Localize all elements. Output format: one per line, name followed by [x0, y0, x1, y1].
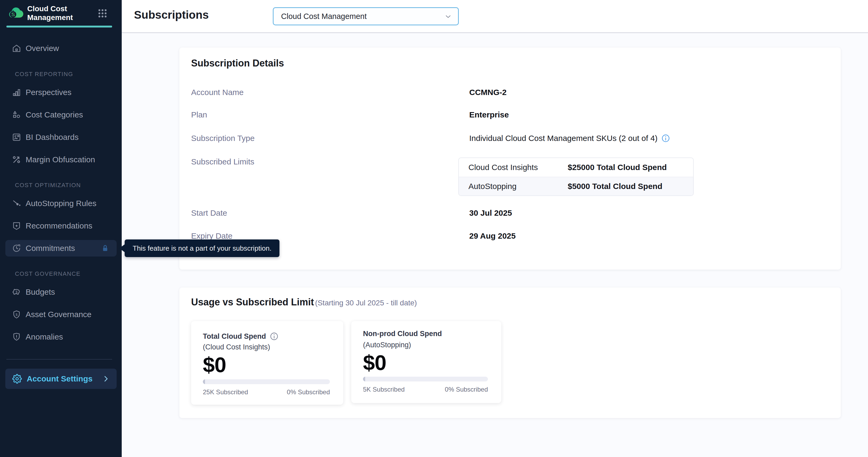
sku-name: AutoStopping: [459, 182, 568, 191]
home-icon: [12, 43, 21, 53]
sidebar-item-account-settings[interactable]: Account Settings: [5, 369, 117, 389]
usage-amount: $0: [363, 351, 386, 375]
subscribed-percent-label: 0% Subscribed: [287, 388, 330, 396]
account-name-row: Account Name CCMNG-2: [191, 88, 829, 97]
dashboard-image-icon: [12, 132, 21, 142]
subscribed-percent-label: 0% Subscribed: [445, 385, 488, 394]
sidebar-item-margin-obfuscation[interactable]: Margin Obfuscation: [5, 151, 117, 168]
total-cloud-spend-card: Total Cloud Spend (Cloud Cost Insights) …: [191, 321, 343, 405]
lock-icon: [101, 244, 110, 253]
usage-card-subtitle: (AutoStopping): [363, 341, 411, 349]
sidebar-item-label: Cost Categories: [26, 106, 83, 123]
table-row: AutoStopping $5000 Total Cloud Spend: [459, 177, 693, 195]
chevron-down-icon: [444, 12, 452, 21]
subscription-details-card: Subscription Details Account Name CCMNG-…: [179, 48, 841, 270]
sidebar-item-autostopping-rules[interactable]: AutoStopping Rules: [5, 195, 117, 212]
info-icon[interactable]: [661, 134, 670, 143]
sidebar-item-label: Budgets: [26, 284, 55, 300]
start-date-label: Start Date: [191, 208, 227, 218]
sidebar-item-label: Asset Governance: [26, 306, 92, 323]
sidebar: $ Cloud Cost Management Overview: [0, 0, 122, 457]
sidebar-item-perspectives[interactable]: Perspectives: [5, 84, 117, 101]
usage-card-title: Non-prod Cloud Spend: [363, 330, 442, 338]
page: $ Cloud Cost Management Overview: [0, 0, 868, 457]
usage-amount: $0: [203, 353, 226, 377]
ccm-logo-icon: $: [7, 4, 24, 21]
sidebar-item-label: AutoStopping Rules: [26, 195, 96, 212]
start-date-value: 30 Jul 2025: [469, 208, 512, 218]
sidebar-item-label: Overview: [26, 40, 59, 57]
expiry-date-row: Expiry Date 29 Aug 2025: [191, 231, 829, 241]
subscribed-limits-table: Cloud Cost Insights $25000 Total Cloud S…: [458, 157, 694, 196]
recommendations-icon: [12, 221, 21, 231]
sidebar-item-asset-governance[interactable]: $ Asset Governance: [5, 306, 117, 323]
usage-vs-limit-card: Usage vs Subscribed Limit (Starting 30 J…: [179, 287, 841, 418]
usage-progress-fill: [363, 377, 365, 382]
plan-label: Plan: [191, 110, 207, 120]
sidebar-footer-divider: [6, 359, 112, 360]
sku-limit: $25000 Total Cloud Spend: [568, 163, 693, 172]
bar-chart-icon: [12, 88, 21, 97]
sidebar-item-anomalies[interactable]: Anomalies: [5, 329, 117, 345]
sidebar-item-label: Recommendations: [26, 218, 92, 234]
sidebar-item-label: Margin Obfuscation: [26, 151, 95, 168]
sidebar-item-budgets[interactable]: $ Budgets: [5, 284, 117, 300]
subscription-type-row: Subscription Type Individual Cloud Cost …: [191, 133, 829, 143]
nonprod-cloud-spend-card: Non-prod Cloud Spend (AutoStopping) $0 5…: [351, 321, 501, 403]
sidebar-item-label: Anomalies: [26, 329, 63, 345]
top-bar: Subscriptions Cloud Cost Management: [122, 0, 868, 33]
subscription-type-text: Individual Cloud Cost Management SKUs (2…: [469, 133, 657, 143]
plan-value: Enterprise: [469, 110, 509, 120]
plan-row: Plan Enterprise: [191, 110, 829, 120]
usage-progress-bar: [363, 377, 488, 382]
sidebar-item-recommendations[interactable]: Recommendations: [5, 218, 117, 234]
svg-text:$: $: [16, 312, 18, 316]
piggy-bank-icon: $: [12, 287, 21, 297]
module-select-dropdown[interactable]: Cloud Cost Management: [273, 7, 459, 25]
sidebar-app-title: Cloud Cost Management: [27, 4, 94, 22]
subscription-lock-tooltip: This feature is not a part of your subsc…: [125, 239, 279, 257]
account-name-value: CCMNG-2: [469, 88, 506, 97]
usage-section-heading: Usage vs Subscribed Limit (Starting 30 J…: [191, 296, 417, 310]
sku-limit: $5000 Total Cloud Spend: [568, 182, 693, 191]
shield-alert-icon: [12, 332, 21, 342]
autostopping-icon: [12, 199, 21, 208]
sidebar-item-overview[interactable]: Overview: [5, 40, 117, 57]
gear-icon: [12, 374, 22, 384]
subscription-details-title: Subscription Details: [191, 58, 284, 69]
usage-card-title: Total Cloud Spend: [203, 332, 266, 341]
sidebar-item-label: Perspectives: [26, 84, 71, 101]
subscription-type-label: Subscription Type: [191, 133, 255, 143]
usage-progress-fill: [203, 379, 205, 384]
subscribed-limits-label: Subscribed Limits: [191, 157, 254, 166]
subscribed-amount-label: 5K Subscribed: [363, 385, 405, 394]
usage-subtitle: (Starting 30 Jul 2025 - till date): [315, 299, 417, 307]
sidebar-item-label: Account Settings: [27, 369, 93, 389]
subscribed-amount-label: 25K Subscribed: [203, 388, 248, 396]
commitments-clock-icon: [12, 243, 21, 253]
module-select-value: Cloud Cost Management: [281, 8, 367, 25]
expiry-date-value: 29 Aug 2025: [469, 231, 516, 241]
table-row: Cloud Cost Insights $25000 Total Cloud S…: [459, 158, 693, 177]
shapes-icon: [12, 110, 21, 120]
subscription-type-value: Individual Cloud Cost Management SKUs (2…: [469, 133, 670, 143]
page-title: Subscriptions: [134, 8, 209, 21]
sidebar-section-cost-reporting: COST REPORTING: [15, 70, 73, 78]
chevron-right-icon: [102, 374, 110, 383]
usage-card-subtitle: (Cloud Cost Insights): [203, 343, 270, 351]
start-date-row: Start Date 30 Jul 2025: [191, 208, 829, 218]
info-icon[interactable]: [270, 332, 279, 341]
app-switcher-icon[interactable]: [97, 8, 108, 19]
svg-text:$: $: [16, 290, 17, 294]
sidebar-item-label: Commitments: [26, 240, 75, 256]
sidebar-item-cost-categories[interactable]: Cost Categories: [5, 106, 117, 123]
percent-trend-icon: [12, 155, 21, 164]
sidebar-item-commitments[interactable]: Commitments: [5, 240, 117, 256]
account-name-label: Account Name: [191, 88, 244, 97]
sidebar-section-cost-optimization: COST OPTIMIZATION: [15, 181, 81, 189]
sidebar-item-label: BI Dashboards: [26, 129, 79, 146]
sidebar-accent-divider: [6, 26, 112, 28]
sidebar-item-bi-dashboards[interactable]: BI Dashboards: [5, 129, 117, 146]
shield-dollar-icon: $: [12, 310, 21, 319]
sidebar-section-cost-governance: COST GOVERNANCE: [15, 270, 81, 278]
